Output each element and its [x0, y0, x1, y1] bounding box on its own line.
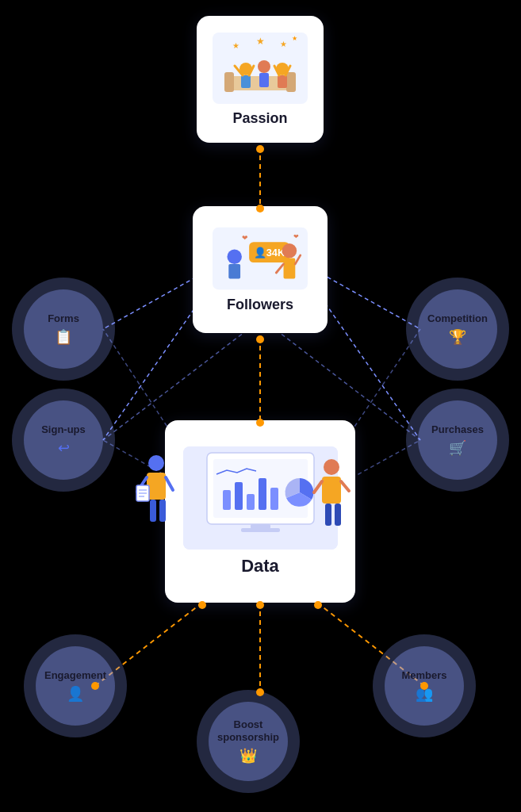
- svg-rect-67: [325, 504, 331, 526]
- svg-text:❤: ❤: [293, 232, 299, 239]
- svg-line-70: [341, 481, 349, 491]
- svg-text:👤34K: 👤34K: [254, 246, 285, 259]
- engagement-label: Engagement: [44, 669, 106, 682]
- svg-text:★: ★: [232, 41, 239, 50]
- purchases-node: Purchases 🛒: [406, 389, 509, 492]
- svg-line-60: [166, 477, 173, 490]
- svg-text:★: ★: [256, 36, 265, 47]
- boost-icon: 👑: [239, 747, 257, 764]
- svg-text:★: ★: [292, 35, 297, 42]
- members-label: Members: [401, 669, 446, 682]
- svg-line-69: [314, 481, 322, 492]
- connector-dot-9: [256, 688, 264, 696]
- svg-rect-22: [259, 73, 269, 87]
- competition-node: Competition 🏆: [406, 278, 509, 381]
- svg-rect-49: [247, 494, 255, 510]
- connector-dot-5: [198, 601, 206, 609]
- svg-line-7: [321, 274, 420, 329]
- boost-sponsorship-node: Boost sponsorship 👑: [197, 690, 300, 793]
- person-left-figure: [135, 452, 178, 531]
- svg-point-65: [324, 459, 339, 475]
- svg-rect-50: [259, 478, 266, 510]
- svg-rect-66: [322, 477, 341, 504]
- passion-illustration: ★ ★ ★ ★: [213, 33, 308, 104]
- passion-card: ★ ★ ★ ★ Passion: [197, 16, 324, 143]
- svg-text:❤: ❤: [242, 234, 248, 242]
- engagement-node: Engagement 👤: [24, 634, 127, 737]
- forms-icon: 📋: [55, 328, 72, 346]
- svg-point-38: [282, 243, 297, 258]
- svg-rect-51: [270, 488, 278, 510]
- followers-card: 👤34K ❤ ❤ Followers: [193, 206, 328, 333]
- connector-dot-7: [314, 601, 322, 609]
- svg-rect-48: [235, 482, 243, 510]
- engagement-icon: 👤: [67, 685, 84, 703]
- diagram-container: ★ ★ ★ ★ Passion 👤34K ❤: [0, 0, 521, 812]
- connector-dot-3: [256, 335, 264, 343]
- competition-label: Competition: [427, 312, 488, 325]
- svg-rect-18: [286, 72, 296, 92]
- svg-rect-68: [335, 504, 341, 526]
- signups-node: Sign-ups ↩: [12, 389, 115, 492]
- svg-rect-20: [241, 75, 251, 88]
- svg-text:★: ★: [280, 40, 287, 48]
- connector-dot-2: [256, 205, 264, 213]
- purchases-icon: 🛒: [449, 439, 466, 457]
- svg-rect-57: [150, 500, 156, 522]
- svg-point-34: [227, 249, 241, 263]
- svg-line-8: [321, 297, 420, 440]
- competition-icon: 🏆: [449, 328, 466, 346]
- connector-dot-1: [256, 145, 264, 153]
- svg-line-5: [103, 274, 202, 329]
- svg-rect-24: [278, 75, 287, 88]
- signups-icon: ↩: [58, 439, 70, 457]
- svg-point-21: [258, 60, 270, 73]
- connector-dot-8: [91, 682, 99, 690]
- svg-rect-58: [159, 500, 166, 522]
- forms-label: Forms: [48, 312, 79, 325]
- svg-rect-54: [241, 528, 280, 532]
- purchases-label: Purchases: [431, 423, 484, 436]
- data-label: Data: [241, 556, 279, 576]
- connector-dot-6: [256, 601, 264, 609]
- svg-rect-39: [284, 258, 296, 278]
- forms-node: Forms 📋: [12, 278, 115, 381]
- svg-rect-47: [223, 490, 231, 510]
- passion-label: Passion: [232, 110, 287, 127]
- connector-dot-10: [420, 682, 428, 690]
- svg-line-6: [103, 297, 202, 440]
- boost-label: Boost sponsorship: [209, 718, 288, 743]
- person-right-figure: [309, 456, 353, 535]
- svg-rect-17: [224, 72, 234, 92]
- svg-point-55: [148, 455, 164, 471]
- followers-label: Followers: [227, 297, 293, 313]
- signups-label: Sign-ups: [41, 423, 86, 436]
- svg-rect-35: [228, 263, 240, 278]
- connector-dot-4: [256, 419, 264, 427]
- followers-illustration: 👤34K ❤ ❤: [213, 227, 308, 290]
